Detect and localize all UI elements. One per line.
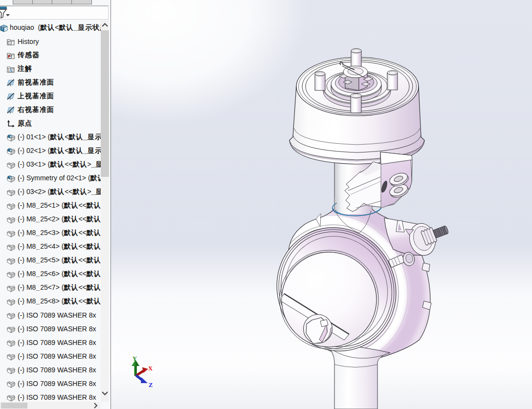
svg-text:Z: Z xyxy=(149,382,153,388)
svg-text:X: X xyxy=(148,365,153,372)
svg-text:Y: Y xyxy=(133,355,137,362)
